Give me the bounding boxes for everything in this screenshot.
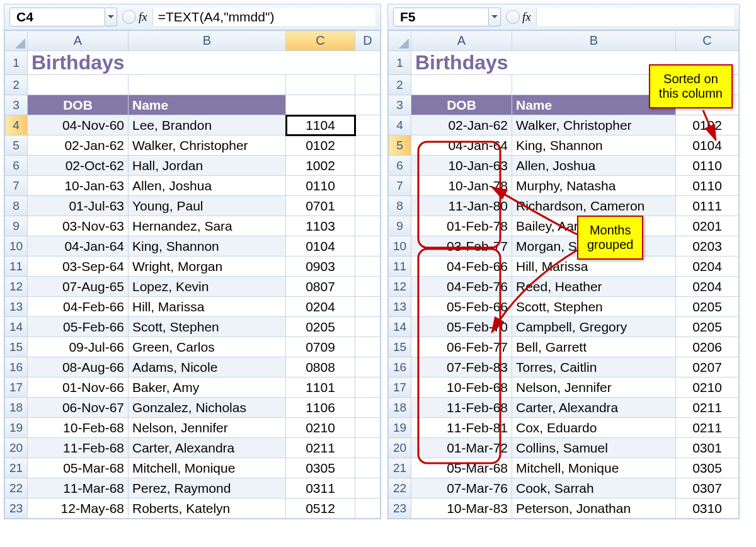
cell-code[interactable]: 0110 — [286, 176, 355, 196]
cell[interactable] — [286, 95, 355, 115]
cell-code[interactable]: 0808 — [286, 357, 355, 377]
cell-dob[interactable]: 03-Feb-77 — [411, 236, 512, 256]
cell[interactable] — [355, 156, 381, 176]
cell-code[interactable]: 0204 — [676, 256, 739, 277]
row-header[interactable]: 1 — [389, 51, 411, 75]
row-header[interactable]: 11 — [389, 256, 411, 277]
cell-code[interactable]: 0207 — [676, 357, 739, 377]
cell[interactable] — [355, 135, 381, 156]
cell[interactable] — [411, 75, 512, 95]
cell-code[interactable]: 0205 — [676, 297, 739, 317]
col-header-C[interactable]: C — [286, 31, 355, 51]
cell[interactable] — [355, 357, 381, 377]
cell-dob[interactable]: 10-Mar-83 — [411, 498, 512, 519]
header-dob[interactable]: DOB — [28, 95, 129, 115]
cell[interactable] — [355, 176, 381, 196]
cell-dob[interactable]: 04-Nov-60 — [28, 115, 129, 135]
cell-dob[interactable]: 08-Aug-66 — [28, 357, 129, 377]
cell-code[interactable]: 0204 — [286, 297, 355, 317]
row-header[interactable]: 6 — [389, 156, 411, 176]
cell-code[interactable]: 0307 — [676, 478, 739, 498]
cell-code[interactable]: 0301 — [676, 438, 739, 458]
cell-dob[interactable]: 04-Feb-76 — [411, 277, 512, 297]
cell-dob[interactable]: 05-Mar-68 — [411, 458, 512, 478]
cell-code[interactable]: 0903 — [286, 256, 355, 277]
cell-dob[interactable]: 06-Nov-67 — [28, 398, 129, 418]
cell-dob[interactable]: 11-Mar-68 — [28, 478, 129, 498]
row-header[interactable]: 7 — [5, 176, 28, 196]
row-header[interactable]: 16 — [5, 357, 28, 377]
cell-code[interactable]: 0210 — [676, 377, 739, 398]
cell-dob[interactable]: 11-Feb-68 — [28, 438, 129, 458]
cell[interactable] — [355, 418, 381, 438]
row-header[interactable]: 3 — [389, 95, 411, 115]
cell[interactable] — [129, 75, 286, 95]
cell-dob[interactable]: 02-Oct-62 — [28, 156, 129, 176]
cell-name[interactable]: Lopez, Kevin — [129, 277, 286, 297]
row-header[interactable]: 19 — [5, 418, 28, 438]
cell-dob[interactable]: 05-Feb-66 — [411, 297, 512, 317]
cell-code[interactable]: 0305 — [676, 458, 739, 478]
cell-code[interactable]: 1002 — [286, 156, 355, 176]
row-header[interactable]: 17 — [5, 377, 28, 398]
row-header[interactable]: 20 — [389, 438, 411, 458]
cell-code[interactable]: 0104 — [286, 236, 355, 256]
cell-code[interactable]: 0201 — [676, 216, 739, 236]
row-header[interactable]: 20 — [5, 438, 28, 458]
cell-name[interactable]: Carter, Alexandra — [512, 398, 676, 418]
cell[interactable] — [286, 75, 355, 95]
row-header[interactable]: 13 — [5, 297, 28, 317]
cell-name[interactable]: Wright, Morgan — [129, 256, 286, 277]
cell-code[interactable]: 0104 — [676, 135, 739, 156]
cell[interactable] — [355, 498, 381, 519]
cell-dob[interactable]: 01-Nov-66 — [28, 377, 129, 398]
cell-name[interactable]: Cox, Eduardo — [512, 418, 676, 438]
grid[interactable]: ABCD1Birthdays23DOBName404-Nov-60Lee, Br… — [4, 30, 381, 519]
cell-code[interactable]: 0311 — [286, 478, 355, 498]
cell-name[interactable]: King, Shannon — [512, 135, 676, 156]
col-header-B[interactable]: B — [512, 31, 676, 51]
row-header[interactable]: 12 — [389, 277, 411, 297]
cell-dob[interactable]: 10-Jan-78 — [411, 176, 512, 196]
cell-name[interactable]: Baker, Amy — [129, 377, 286, 398]
row-header[interactable]: 15 — [389, 337, 411, 357]
cell-code[interactable]: 0211 — [286, 438, 355, 458]
cell[interactable] — [355, 458, 381, 478]
select-all-corner[interactable] — [5, 31, 28, 51]
cell-dob[interactable]: 02-Jan-62 — [28, 135, 129, 156]
row-header[interactable]: 6 — [5, 156, 28, 176]
row-header[interactable]: 23 — [5, 498, 28, 519]
cell[interactable] — [355, 75, 381, 95]
cell-dob[interactable]: 10-Feb-68 — [28, 418, 129, 438]
name-box-dropdown[interactable] — [489, 8, 501, 26]
cell-name[interactable]: Walker, Christopher — [129, 135, 286, 156]
row-header[interactable]: 3 — [5, 95, 28, 115]
cell[interactable] — [355, 277, 381, 297]
fx-label[interactable]: fx — [139, 10, 147, 24]
row-header[interactable]: 14 — [5, 317, 28, 337]
cell-code[interactable]: 0210 — [286, 418, 355, 438]
cell-name[interactable]: Collins, Samuel — [512, 438, 676, 458]
cell[interactable] — [355, 95, 381, 115]
col-header-A[interactable]: A — [411, 31, 512, 51]
row-header[interactable]: 4 — [5, 115, 28, 135]
cell[interactable] — [355, 297, 381, 317]
cell-name[interactable]: Adams, Nicole — [129, 357, 286, 377]
row-header[interactable]: 5 — [5, 135, 28, 156]
row-header[interactable]: 18 — [5, 398, 28, 418]
cell-dob[interactable]: 01-Mar-72 — [411, 438, 512, 458]
cell-name[interactable]: Gonzalez, Nicholas — [129, 398, 286, 418]
cell-code[interactable]: 0807 — [286, 277, 355, 297]
cell[interactable] — [28, 75, 129, 95]
cell-name[interactable]: Campbell, Gregory — [512, 317, 676, 337]
cell-code[interactable]: 0310 — [676, 498, 739, 519]
col-header-A[interactable]: A — [28, 31, 129, 51]
cell-name[interactable]: Nelson, Jennifer — [129, 418, 286, 438]
cell-name[interactable]: Roberts, Katelyn — [129, 498, 286, 519]
cell-code[interactable]: 1101 — [286, 377, 355, 398]
col-header-D[interactable]: D — [355, 31, 381, 51]
cell-name[interactable]: Cook, Sarrah — [512, 478, 676, 498]
formula-input[interactable]: =TEXT(A4,"mmdd") — [152, 8, 375, 26]
row-header[interactable]: 22 — [5, 478, 28, 498]
cell-code[interactable]: 0110 — [676, 156, 739, 176]
